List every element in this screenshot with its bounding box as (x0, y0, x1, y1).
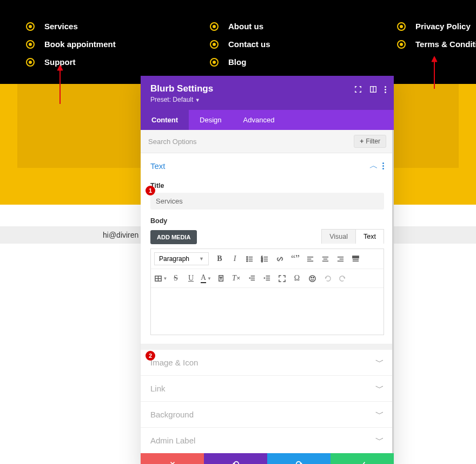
strikethrough-button[interactable]: S (168, 271, 183, 285)
bold-button[interactable]: B (212, 252, 227, 266)
svg-text:T: T (220, 277, 222, 280)
outdent-button[interactable] (244, 271, 259, 285)
svg-point-10 (247, 258, 248, 259)
italic-button[interactable]: I (227, 252, 242, 266)
section-text-header[interactable]: Text ︿ (141, 153, 394, 179)
settings-tabs: Content Design Advanced (141, 110, 394, 130)
undo-button[interactable] (320, 271, 335, 285)
svg-marker-46 (263, 277, 265, 279)
section-title: Link (150, 384, 166, 393)
modal-header[interactable]: Blurb Settings Preset: Default ▼ (141, 76, 394, 110)
fullscreen-button[interactable] (274, 271, 289, 285)
table-button[interactable]: ▼ (153, 271, 168, 285)
section-background[interactable]: Background﹀ (141, 402, 394, 428)
section-title: Text (150, 161, 166, 171)
format-select[interactable]: Paragraph▼ (154, 252, 209, 265)
emoji-button[interactable] (305, 271, 320, 285)
add-media-button[interactable]: ADD MEDIA (150, 230, 197, 244)
align-right-button[interactable] (333, 252, 348, 266)
link-button[interactable] (273, 252, 288, 266)
footer-link-label: About us (228, 22, 263, 31)
chevron-down-icon: ﹀ (375, 409, 384, 420)
svg-text:3: 3 (261, 260, 263, 263)
footer-link-label: Book appointment (44, 40, 116, 49)
svg-point-48 (310, 277, 312, 278)
svg-point-47 (309, 275, 315, 281)
footer-link-book-appointment[interactable]: Book appointment (26, 40, 210, 49)
bullet-icon (26, 22, 35, 31)
paste-text-button[interactable]: T (214, 271, 229, 285)
svg-marker-42 (248, 277, 250, 279)
redo-button[interactable] (335, 271, 350, 285)
title-input[interactable]: Services (150, 193, 384, 210)
align-center-button[interactable] (318, 252, 333, 266)
tab-design[interactable]: Design (189, 110, 232, 130)
indent-button[interactable] (259, 271, 274, 285)
footer-link-label: Contact us (228, 40, 270, 49)
chevron-up-icon: ︿ (369, 160, 378, 172)
tab-content[interactable]: Content (141, 110, 189, 130)
footer-col-1: Services Book appointment Support (26, 0, 210, 84)
annotation-badge-1: 1 (146, 186, 155, 195)
bullet-list-button[interactable] (242, 252, 257, 266)
undo-history-button[interactable] (204, 453, 267, 464)
section-admin-label[interactable]: Admin Label﹀ (141, 428, 394, 453)
bullet-icon (26, 40, 35, 49)
number-list-button[interactable]: 123 (257, 252, 273, 266)
search-input[interactable]: Search Options (148, 138, 197, 146)
body-label: Body (150, 217, 384, 225)
toolbar-toggle-button[interactable] (348, 252, 363, 266)
footer-link-terms-conditions[interactable]: Terms & Conditions (397, 40, 476, 49)
bullet-icon (397, 22, 406, 31)
text-color-button[interactable]: A▼ (199, 271, 214, 285)
section-link[interactable]: Link﹀ (141, 376, 394, 402)
footer-link-label: Terms & Conditions (415, 40, 476, 49)
special-char-button[interactable]: Ω (289, 271, 305, 285)
footer-link-support[interactable]: Support (26, 57, 210, 67)
footer-link-contact-us[interactable]: Contact us (210, 40, 397, 49)
editor-toolbar: Paragraph▼ B I 123 “” ▼ S (150, 249, 384, 335)
editor-mode-tabs: Visual Text (321, 229, 384, 244)
section-image-icon[interactable]: Image & Icon﹀ (141, 350, 394, 376)
body-editor[interactable] (151, 288, 384, 335)
redo-history-button[interactable] (267, 453, 330, 464)
svg-point-49 (313, 277, 314, 278)
footer-col-3: Privacy Policy Terms & Conditions (397, 0, 476, 84)
annotation-badge-2: 2 (146, 351, 155, 361)
section-title: Image & Icon (150, 358, 198, 367)
section-title: Background (150, 410, 194, 419)
quote-button[interactable]: “” (288, 252, 303, 266)
footer-link-about-us[interactable]: About us (210, 22, 397, 31)
modal-title: Blurb Settings (150, 83, 384, 94)
more-options-icon[interactable] (385, 86, 386, 93)
underline-button[interactable]: U (183, 271, 199, 285)
title-label: Title (150, 182, 384, 189)
footer-link-services[interactable]: Services (26, 22, 210, 31)
svg-rect-29 (353, 256, 355, 258)
svg-marker-50 (325, 277, 327, 279)
expand-icon[interactable] (354, 86, 362, 93)
section-title: Admin Label (150, 436, 195, 445)
save-button[interactable] (330, 453, 394, 464)
tab-advanced[interactable]: Advanced (233, 110, 286, 130)
bullet-icon (210, 58, 219, 67)
svg-point-8 (247, 256, 248, 257)
panel-body: Search Options +Filter Text ︿ Title Serv… (141, 130, 394, 453)
align-left-button[interactable] (303, 252, 318, 266)
footer-link-privacy-policy[interactable]: Privacy Policy (397, 22, 476, 31)
discard-button[interactable] (141, 453, 204, 464)
footer-link-label: Privacy Policy (415, 22, 471, 31)
visual-tab[interactable]: Visual (322, 230, 355, 244)
site-footer: Services Book appointment Support About … (0, 0, 476, 84)
svg-marker-51 (343, 277, 345, 279)
blurb-settings-modal: Blurb Settings Preset: Default ▼ Content… (141, 76, 394, 464)
filter-button[interactable]: +Filter (354, 135, 386, 148)
clear-formatting-button[interactable]: T✕ (229, 271, 244, 285)
section-options-icon[interactable] (382, 162, 384, 169)
columns-icon[interactable] (369, 86, 377, 93)
scrollbar[interactable] (392, 130, 394, 453)
text-tab[interactable]: Text (355, 230, 384, 244)
chevron-down-icon: ﹀ (375, 435, 384, 446)
footer-link-blog[interactable]: Blog (210, 57, 397, 67)
preset-selector[interactable]: Preset: Default ▼ (150, 96, 384, 103)
